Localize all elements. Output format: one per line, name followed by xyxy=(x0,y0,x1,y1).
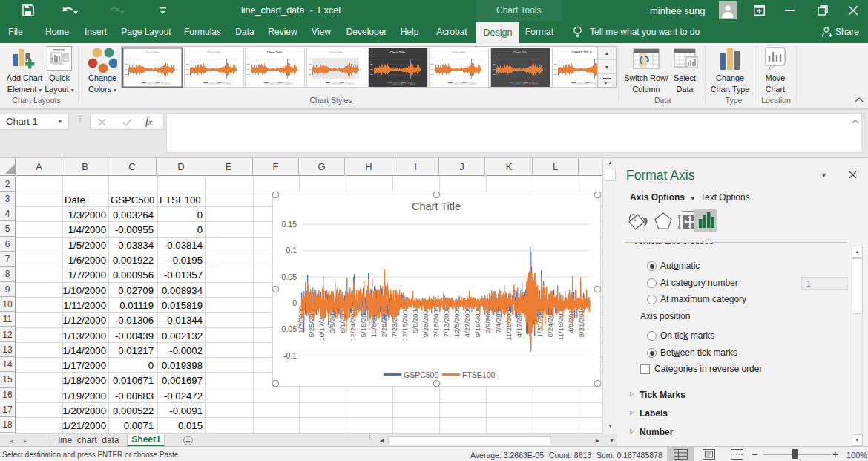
svg-text:FTSE100: FTSE100 xyxy=(223,82,232,85)
svg-text:12/5/2005: 12/5/2005 xyxy=(453,306,461,337)
svg-text:4/27/2006: 4/27/2006 xyxy=(463,306,471,337)
svg-text:2/18/2005: 2/18/2005 xyxy=(432,306,440,337)
svg-text:9/19/2006: 9/19/2006 xyxy=(473,306,481,337)
svg-text:Chart Title: Chart Title xyxy=(145,50,160,54)
svg-text:GSPC500: GSPC500 xyxy=(392,82,403,85)
svg-text:FTSE100: FTSE100 xyxy=(407,82,416,85)
svg-text:GSPC500: GSPC500 xyxy=(331,82,341,85)
svg-text:CHART TITLE: CHART TITLE xyxy=(571,50,592,54)
svg-text:GSPC500: GSPC500 xyxy=(147,82,157,85)
svg-text:5/6/2004: 5/6/2004 xyxy=(411,306,419,333)
svg-text:12/15/2003: 12/15/2003 xyxy=(401,306,409,341)
svg-text:FTSE100: FTSE100 xyxy=(529,82,539,85)
svg-text:GSPC500: GSPC500 xyxy=(576,82,587,85)
svg-text:Chart Title: Chart Title xyxy=(412,200,461,212)
svg-text:Chart Title: Chart Title xyxy=(390,50,406,54)
svg-text:FTSE100: FTSE100 xyxy=(345,82,355,85)
svg-text:0.05: 0.05 xyxy=(282,272,297,281)
svg-text:GSPC500: GSPC500 xyxy=(404,370,438,379)
svg-text:Chart Title: Chart Title xyxy=(267,50,283,54)
svg-text:-0.1: -0.1 xyxy=(283,351,297,360)
svg-text:FTSE100: FTSE100 xyxy=(462,370,496,379)
svg-text:GSPC500: GSPC500 xyxy=(453,82,464,85)
svg-text:GSPC500: GSPC500 xyxy=(269,82,280,85)
svg-text:GSPC500: GSPC500 xyxy=(515,82,525,85)
svg-text:GSPC500: GSPC500 xyxy=(208,82,219,85)
svg-text:FTSE100: FTSE100 xyxy=(283,82,293,85)
svg-text:-0.05: -0.05 xyxy=(279,324,297,333)
svg-text:0.1: 0.1 xyxy=(286,246,297,255)
svg-text:Chart Title: Chart Title xyxy=(451,50,466,54)
svg-text:Chart Title: Chart Title xyxy=(206,50,221,54)
svg-text:FTSE100: FTSE100 xyxy=(161,82,171,85)
svg-text:7/13/2005: 7/13/2005 xyxy=(442,306,450,337)
svg-text:0.15: 0.15 xyxy=(282,220,297,229)
svg-text:Chart Title: Chart Title xyxy=(329,50,343,54)
svg-text:Chart Title: Chart Title xyxy=(513,50,527,54)
svg-text:FTSE100: FTSE100 xyxy=(467,82,477,85)
